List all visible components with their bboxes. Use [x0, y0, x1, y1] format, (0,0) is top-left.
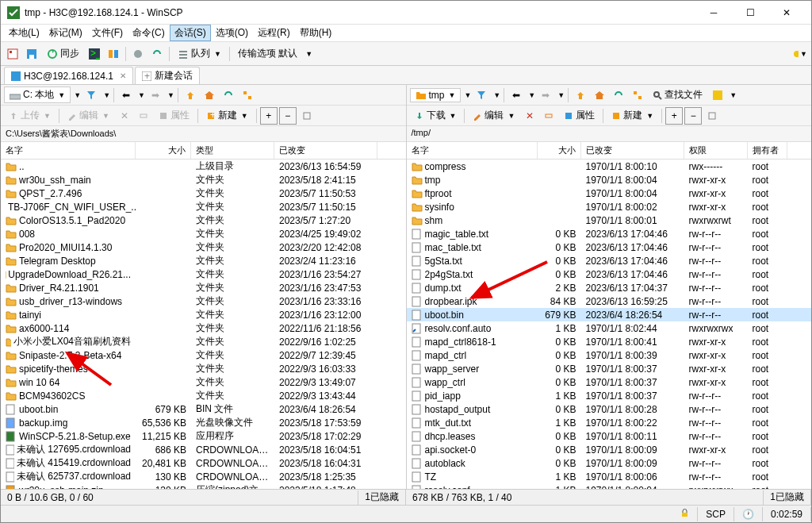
col-size[interactable]: 大小 — [538, 142, 581, 159]
table-row[interactable]: WinSCP-5.21.8-Setup.exe11,215 KB应用程序2023… — [1, 429, 406, 443]
tab-new-session[interactable]: + 新建会话 — [135, 67, 200, 84]
table-row[interactable]: 未确认 127695.crdownload686 KBCRDOWNLOAD ..… — [1, 443, 406, 456]
table-row[interactable]: TZ1 KB1970/1/1 8:00:06rw-r--r--root — [407, 470, 812, 483]
table-row[interactable]: dump.txt2 KB2023/6/13 17:04:37rw-r--r--r… — [407, 281, 812, 294]
table-row[interactable]: backup.img65,536 KB光盘映像文件2023/5/18 17:53… — [1, 416, 406, 429]
local-filelist[interactable]: 名字 大小 类型 已改变 ..上级目录2023/6/13 16:54:59wr3… — [1, 142, 406, 489]
table-row[interactable]: autoblack0 KB1970/1/1 8:00:09rw-r--r--ro… — [407, 456, 812, 470]
col-perm[interactable]: 权限 — [684, 142, 748, 159]
local-props-button[interactable]: 属性 — [154, 107, 194, 124]
local-forward-icon[interactable]: ➡ — [147, 87, 164, 104]
table-row[interactable]: win 10 64文件夹2022/9/3 13:49:07 — [1, 375, 406, 389]
remote-home-icon[interactable] — [591, 87, 608, 104]
save-icon[interactable] — [23, 45, 40, 63]
table-row[interactable]: uboot.bin679 KBBIN 文件2023/6/4 18:26:54 — [1, 402, 406, 416]
col-date[interactable]: 已改变 — [581, 142, 684, 159]
table-row[interactable]: Snipaste-2.7.3-Beta-x64文件夹2022/9/7 12:39… — [1, 348, 406, 362]
table-row[interactable]: 008文件夹2023/4/25 19:49:02 — [1, 227, 406, 240]
chevron-down-icon[interactable]: ▼ — [74, 91, 81, 99]
local-all-icon[interactable] — [298, 107, 316, 125]
table-row[interactable]: compress1970/1/1 8:00:10rwx------root — [407, 160, 812, 173]
table-row[interactable]: QPST_2.7.496文件夹2023/5/7 11:50:53 — [1, 187, 406, 200]
table-row[interactable]: dhcp.leases0 KB1970/1/1 8:00:11rw-r--r--… — [407, 429, 812, 443]
table-row[interactable]: mapd_ctrl0 KB1970/1/1 8:00:39rwxr-xr-xro… — [407, 348, 812, 362]
table-row[interactable]: 2p4gSta.txt0 KB2023/6/13 17:04:46rw-r--r… — [407, 267, 812, 281]
local-delete-icon[interactable]: ✕ — [116, 107, 133, 125]
local-rename-icon[interactable] — [135, 107, 152, 125]
bookmark-icon[interactable] — [4, 45, 21, 63]
remote-filter-icon[interactable] — [473, 87, 490, 104]
remote-plus-icon[interactable]: + — [665, 107, 683, 125]
table-row[interactable]: ..上级目录2023/6/13 16:54:59 — [1, 160, 406, 173]
local-path[interactable]: C:\Users\酱紫表\Downloads\ — [1, 126, 406, 142]
table-row[interactable]: magic_table.txt0 KB2023/6/13 17:04:46rw-… — [407, 227, 812, 240]
remote-refresh-icon[interactable] — [610, 87, 627, 104]
table-row[interactable]: wr30u_ssh-main.zip130 KB压缩(zipped)文件夹202… — [1, 483, 406, 489]
tool-icon[interactable] — [129, 45, 147, 63]
remote-all-icon[interactable] — [703, 107, 721, 125]
menu-6[interactable]: 远程(R) — [253, 25, 295, 41]
table-row[interactable]: ftproot1970/1/1 8:00:04rwxr-xr-xroot — [407, 187, 812, 200]
table-row[interactable]: shm1970/1/1 8:00:01rwxrwxrwtroot — [407, 213, 812, 227]
local-edit-button[interactable]: 编辑▼ — [63, 107, 114, 124]
table-row[interactable]: tainyi文件夹2023/1/16 23:12:00 — [1, 308, 406, 321]
table-row[interactable]: tmp1970/1/1 8:00:04rwxr-xr-xroot — [407, 173, 812, 187]
table-row[interactable]: 小米小爱LX04音箱刷机资料文件夹2022/9/16 1:02:25 — [1, 335, 406, 348]
table-row[interactable]: uboot.bin679 KB2023/6/4 18:26:54rw-r--r-… — [407, 308, 812, 321]
col-type[interactable]: 类型 — [191, 142, 274, 159]
compare-icon[interactable] — [105, 45, 122, 63]
col-name[interactable]: 名字 — [1, 142, 136, 159]
local-filter-icon[interactable] — [82, 87, 100, 104]
local-new-button[interactable]: +新建▼ — [201, 107, 253, 124]
table-row[interactable]: api.socket-00 KB1970/1/1 8:00:09rwxr-xr-… — [407, 443, 812, 456]
remote-up-icon[interactable] — [572, 87, 589, 104]
table-row[interactable]: BCM943602CS文件夹2022/9/3 13:43:44 — [1, 389, 406, 402]
remote-tree-icon[interactable] — [629, 87, 646, 104]
table-row[interactable]: Telegram Desktop文件夹2023/2/4 11:23:16 — [1, 254, 406, 267]
download-button[interactable]: 下载▼ — [410, 107, 462, 124]
col-size[interactable]: 大小 — [136, 142, 191, 159]
table-row[interactable]: 未确认 625737.crdownload130 KBCRDOWNLOAD ..… — [1, 470, 406, 483]
remote-rename-icon[interactable] — [540, 107, 557, 125]
table-row[interactable]: hostapd_output0 KB1970/1/1 8:00:28rw-r--… — [407, 402, 812, 416]
table-row[interactable]: spicetify-themes文件夹2022/9/3 16:03:33 — [1, 362, 406, 375]
upload-button[interactable]: 上传▼ — [4, 107, 56, 124]
maximize-button[interactable]: ☐ — [732, 1, 768, 25]
table-row[interactable]: mtk_dut.txt1 KB1970/1/1 8:00:22rw-r--r--… — [407, 416, 812, 429]
remote-new-button[interactable]: 新建▼ — [607, 107, 658, 124]
remote-dir-selector[interactable]: tmp▼ — [410, 88, 462, 102]
local-plus-icon[interactable]: + — [260, 107, 278, 125]
local-refresh-icon[interactable] — [220, 87, 237, 104]
transfer-options[interactable]: 传输选项 默认 — [233, 45, 302, 62]
table-row[interactable]: ColorOS13.5.1_Pad2020文件夹2023/5/7 1:27:20 — [1, 213, 406, 227]
remote-path[interactable]: /tmp/ — [407, 126, 812, 142]
refresh-icon[interactable] — [148, 45, 166, 63]
table-row[interactable]: sysinfo1970/1/1 8:00:02rwxr-xr-xroot — [407, 200, 812, 213]
menu-3[interactable]: 命令(C) — [128, 25, 170, 41]
find-files-button[interactable]: 查找文件 — [648, 87, 707, 103]
remote-minus-icon[interactable]: − — [684, 107, 702, 125]
remote-edit-button[interactable]: 编辑▼ — [468, 107, 519, 124]
menu-2[interactable]: 文件(F) — [87, 25, 128, 41]
local-tree-icon[interactable] — [239, 87, 256, 104]
minimize-button[interactable]: ─ — [695, 1, 732, 25]
col-owner[interactable]: 拥有者 — [748, 142, 787, 159]
table-row[interactable]: mac_table.txt0 KB2023/6/13 17:04:46rw-r-… — [407, 240, 812, 254]
table-row[interactable]: dropbear.ipk84 KB2023/6/13 16:59:25rw-r-… — [407, 294, 812, 308]
chevron-down-icon[interactable]: ▼ — [305, 50, 312, 58]
table-row[interactable]: pid_iapp1 KB1970/1/1 8:00:37rw-r--r--roo… — [407, 389, 812, 402]
table-row[interactable]: 未确认 415419.crdownload20,481 KBCRDOWNLOAD… — [1, 456, 406, 470]
local-minus-icon[interactable]: − — [279, 107, 297, 125]
table-row[interactable]: usb_driver_r13-windows文件夹2023/1/16 23:33… — [1, 294, 406, 308]
close-tab-icon[interactable]: ✕ — [120, 71, 126, 80]
table-row[interactable]: UpgradeDownload_R26.21...文件夹2023/1/16 23… — [1, 267, 406, 281]
table-row[interactable]: 5gSta.txt0 KB2023/6/13 17:04:46rw-r--r--… — [407, 254, 812, 267]
menu-5[interactable]: 选项(O) — [211, 25, 253, 41]
local-back-icon[interactable]: ⬅ — [117, 87, 135, 104]
remote-back-icon[interactable]: ⬅ — [508, 87, 525, 104]
col-date[interactable]: 已改变 — [274, 142, 377, 159]
table-row[interactable]: wapp_ctrl0 KB1970/1/1 8:00:37rwxr-xr-xro… — [407, 375, 812, 389]
menu-1[interactable]: 标记(M) — [44, 25, 87, 41]
remote-filelist[interactable]: 名字 大小 已改变 权限 拥有者 compress1970/1/1 8:00:1… — [407, 142, 812, 489]
table-row[interactable]: mapd_ctrl8618-10 KB1970/1/1 8:00:41rwxr-… — [407, 335, 812, 348]
